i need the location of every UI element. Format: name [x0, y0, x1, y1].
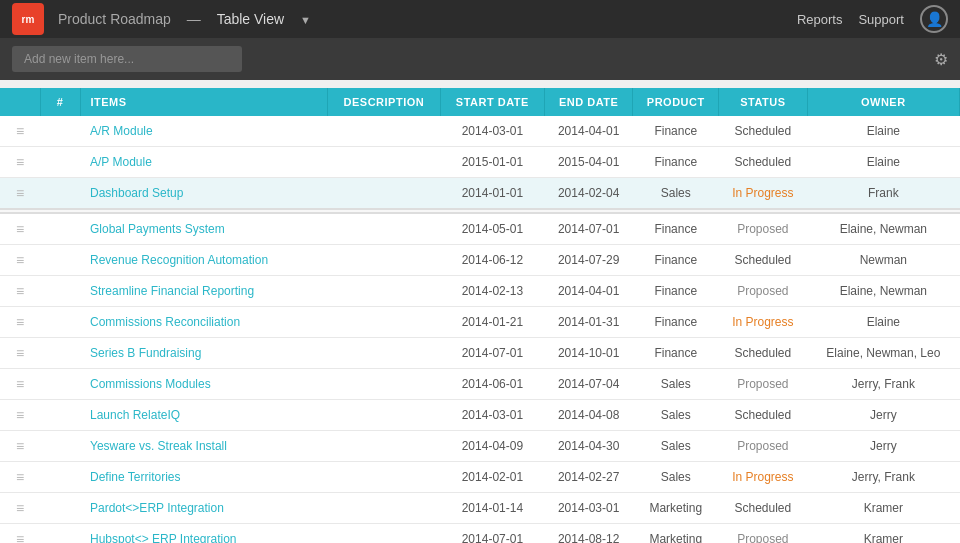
header-right: Reports Support 👤 [797, 5, 948, 33]
col-end: END DATE [544, 88, 633, 116]
row-number [40, 178, 80, 210]
toolbar: ⚙ [0, 38, 960, 80]
row-number [40, 213, 80, 245]
end-date: 2014-04-30 [544, 431, 633, 462]
table-row: ≡ Dashboard Setup 2014-01-01 2014-02-04 … [0, 178, 960, 210]
owner-cell: Kramer [807, 493, 959, 524]
start-date: 2014-07-01 [440, 524, 544, 544]
owner-cell: Elaine [807, 307, 959, 338]
drag-handle[interactable]: ≡ [0, 493, 40, 524]
drag-handle[interactable]: ≡ [0, 338, 40, 369]
table-row: ≡ Define Territories 2014-02-01 2014-02-… [0, 462, 960, 493]
user-avatar[interactable]: 👤 [920, 5, 948, 33]
item-name[interactable]: Streamline Financial Reporting [80, 276, 327, 307]
table-row: ≡ Hubspot<> ERP Integration 2014-07-01 2… [0, 524, 960, 544]
drag-handle[interactable]: ≡ [0, 245, 40, 276]
item-name[interactable]: Commissions Modules [80, 369, 327, 400]
status-cell: Scheduled [719, 245, 808, 276]
start-date: 2014-01-14 [440, 493, 544, 524]
drag-handle[interactable]: ≡ [0, 462, 40, 493]
row-number [40, 147, 80, 178]
item-name[interactable]: Series B Fundraising [80, 338, 327, 369]
col-items: ITEMS [80, 88, 327, 116]
item-name[interactable]: Commissions Reconciliation [80, 307, 327, 338]
item-name[interactable]: Dashboard Setup [80, 178, 327, 210]
item-name[interactable]: Define Territories [80, 462, 327, 493]
drag-handle[interactable]: ≡ [0, 116, 40, 147]
end-date: 2014-04-01 [544, 116, 633, 147]
col-drag [0, 88, 40, 116]
table-row: ≡ A/P Module 2015-01-01 2015-04-01 Finan… [0, 147, 960, 178]
col-description: DESCRIPTION [327, 88, 440, 116]
item-name[interactable]: A/P Module [80, 147, 327, 178]
row-number [40, 462, 80, 493]
end-date: 2014-08-12 [544, 524, 633, 544]
status-cell: Proposed [719, 369, 808, 400]
status-cell: In Progress [719, 462, 808, 493]
description-cell [327, 213, 440, 245]
drag-handle[interactable]: ≡ [0, 178, 40, 210]
product-cell: Sales [633, 369, 719, 400]
start-date: 2014-07-01 [440, 338, 544, 369]
product-cell: Sales [633, 462, 719, 493]
row-number [40, 116, 80, 147]
item-name[interactable]: Revenue Recognition Automation [80, 245, 327, 276]
start-date: 2014-03-01 [440, 400, 544, 431]
header-separator: — [187, 11, 201, 27]
product-cell: Marketing [633, 493, 719, 524]
owner-cell: Elaine, Newman, Leo [807, 338, 959, 369]
settings-gear-icon[interactable]: ⚙ [934, 50, 948, 69]
owner-cell: Jerry, Frank [807, 462, 959, 493]
product-cell: Finance [633, 276, 719, 307]
start-date: 2014-06-01 [440, 369, 544, 400]
drag-handle[interactable]: ≡ [0, 147, 40, 178]
owner-cell: Frank [807, 178, 959, 210]
support-nav[interactable]: Support [858, 12, 904, 27]
start-date: 2014-06-12 [440, 245, 544, 276]
drag-handle[interactable]: ≡ [0, 431, 40, 462]
end-date: 2014-04-01 [544, 276, 633, 307]
end-date: 2014-10-01 [544, 338, 633, 369]
drag-handle[interactable]: ≡ [0, 524, 40, 544]
table-row: ≡ Commissions Reconciliation 2014-01-21 … [0, 307, 960, 338]
start-date: 2014-05-01 [440, 213, 544, 245]
table-body: ≡ A/R Module 2014-03-01 2014-04-01 Finan… [0, 116, 960, 543]
description-cell [327, 493, 440, 524]
product-cell: Finance [633, 147, 719, 178]
end-date: 2014-02-04 [544, 178, 633, 210]
item-name[interactable]: A/R Module [80, 116, 327, 147]
description-cell [327, 338, 440, 369]
item-name[interactable]: Launch RelateIQ [80, 400, 327, 431]
description-cell [327, 178, 440, 210]
product-cell: Sales [633, 178, 719, 210]
start-date: 2014-04-09 [440, 431, 544, 462]
add-item-input[interactable] [12, 46, 242, 72]
drag-handle[interactable]: ≡ [0, 213, 40, 245]
drag-handle[interactable]: ≡ [0, 369, 40, 400]
description-cell [327, 462, 440, 493]
reports-nav[interactable]: Reports [797, 12, 843, 27]
col-status: STATUS [719, 88, 808, 116]
end-date: 2014-07-01 [544, 213, 633, 245]
owner-cell: Newman [807, 245, 959, 276]
item-name[interactable]: Pardot<>ERP Integration [80, 493, 327, 524]
owner-cell: Jerry [807, 400, 959, 431]
drag-handle[interactable]: ≡ [0, 307, 40, 338]
item-name[interactable]: Global Payments System [80, 213, 327, 245]
row-number [40, 524, 80, 544]
product-cell: Finance [633, 338, 719, 369]
owner-cell: Kramer [807, 524, 959, 544]
end-date: 2014-03-01 [544, 493, 633, 524]
status-cell: Scheduled [719, 493, 808, 524]
table-row: ≡ Series B Fundraising 2014-07-01 2014-1… [0, 338, 960, 369]
drag-handle[interactable]: ≡ [0, 400, 40, 431]
start-date: 2015-01-01 [440, 147, 544, 178]
table-row: ≡ Revenue Recognition Automation 2014-06… [0, 245, 960, 276]
row-number [40, 493, 80, 524]
item-name[interactable]: Yesware vs. Streak Install [80, 431, 327, 462]
item-name[interactable]: Hubspot<> ERP Integration [80, 524, 327, 544]
owner-cell: Jerry [807, 431, 959, 462]
drag-handle[interactable]: ≡ [0, 276, 40, 307]
view-dropdown-arrow[interactable]: ▼ [300, 14, 311, 26]
header-left: rm Product Roadmap — Table View ▼ [12, 3, 317, 35]
